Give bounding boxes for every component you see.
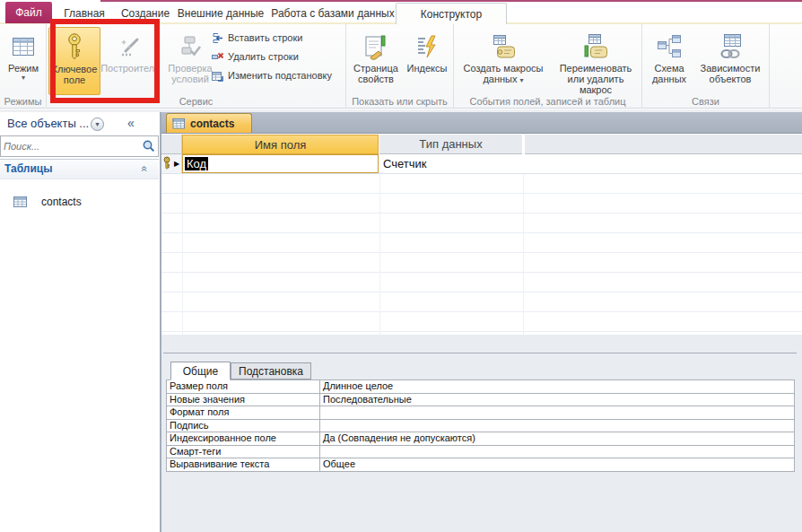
property-tab-general[interactable]: Общие — [170, 362, 231, 380]
property-label[interactable]: Размер поля — [166, 379, 320, 394]
indexes-button[interactable]: Индексы — [404, 27, 450, 95]
search-icon[interactable] — [142, 139, 156, 153]
nav-search-box — [0, 135, 159, 157]
create-data-macros-label-line2: данных ▾ — [483, 74, 523, 84]
indexes-label: Индексы — [407, 63, 448, 74]
property-row-smart-tags: Смарт-теги — [166, 445, 795, 459]
property-row-format: Формат поля — [166, 406, 795, 420]
group-label-tools: Сервис — [47, 96, 345, 107]
property-value[interactable]: Длинное целое — [319, 379, 795, 394]
ribbon-tab-home[interactable]: Главная — [56, 4, 113, 23]
nav-section-label: Таблицы — [4, 162, 52, 175]
ribbon-tab-external-data[interactable]: Внешние данные — [178, 4, 264, 23]
rename-delete-macro-label-line1: Переименовать — [560, 63, 632, 74]
empty-grid-row[interactable] — [161, 312, 802, 332]
property-value[interactable]: Да (Совпадения не допускаются) — [319, 432, 795, 446]
grid-header-field-name[interactable]: Имя поля — [182, 135, 379, 154]
grid-header-col3[interactable] — [525, 135, 802, 154]
test-validation-label-line1: Проверка — [168, 63, 212, 74]
object-dependencies-label-line2: объектов — [710, 74, 752, 84]
group-label-views: Режимы — [0, 96, 46, 107]
property-row-text-align: Выравнивание текста Общее — [166, 458, 795, 472]
delete-rows-button[interactable]: Удалить строки — [211, 48, 299, 65]
object-dependencies-button[interactable]: Зависимости объектов — [694, 27, 766, 95]
rename-macro-icon — [581, 27, 610, 63]
data-type-cell[interactable]: Счетчик — [379, 154, 522, 173]
primary-key-row-icon — [162, 156, 173, 170]
modify-lookups-button[interactable]: Изменить подстановку — [211, 66, 332, 84]
empty-grid-row[interactable] — [161, 292, 802, 312]
nav-pane-title: Все объекты ... — [7, 117, 89, 130]
design-grid-header: Имя поля Тип данных — [161, 135, 802, 154]
property-tab-lookup[interactable]: Подстановка — [231, 362, 311, 379]
nav-item-label: contacts — [41, 196, 82, 208]
ribbon-group-show-hide: Страница свойств Индексы Показать или ск… — [346, 24, 454, 109]
empty-grid-row[interactable] — [161, 273, 802, 292]
ribbon-group-relationships: Схема данных Зависимости объектов Связи — [642, 24, 770, 109]
group-label-show-hide: Показать или скрыть — [346, 96, 453, 107]
grid-vline — [523, 174, 524, 335]
create-data-macros-button[interactable]: Создать макросы данных ▾ — [458, 27, 549, 95]
search-input[interactable] — [4, 138, 138, 154]
data-macro-icon — [489, 27, 518, 63]
rename-delete-macro-button[interactable]: Переименовать или удалить макрос — [551, 27, 641, 95]
primary-key-button[interactable]: Ключевое поле — [48, 27, 100, 95]
property-label[interactable]: Смарт-теги — [166, 445, 320, 459]
property-value[interactable] — [319, 406, 795, 420]
view-mode-button[interactable]: Режим ▾ — [2, 27, 45, 95]
empty-grid-row[interactable] — [161, 233, 802, 253]
empty-grid-row[interactable] — [161, 174, 802, 194]
grid-header-selector — [161, 135, 182, 154]
relationships-button[interactable]: Схема данных — [646, 27, 693, 95]
ribbon-tab-create[interactable]: Создание — [116, 4, 175, 23]
file-tab[interactable]: Файл — [5, 2, 52, 23]
nav-pane-menu-button[interactable]: ▾ — [91, 118, 104, 131]
nav-item-contacts[interactable]: contacts — [0, 193, 159, 211]
property-row-caption: Подпись — [166, 419, 795, 433]
property-sheet-label-line2: свойств — [358, 74, 394, 84]
ribbon-group-field-record-events: Создать макросы данных ▾ Переименовать и… — [454, 24, 642, 109]
delete-rows-label: Удалить строки — [228, 51, 299, 62]
field-name-value: Код — [185, 157, 208, 170]
ribbon-tab-database-tools[interactable]: Работа с базами данных — [266, 4, 399, 23]
relationships-label-line2: данных — [652, 74, 686, 84]
row-selector[interactable]: ▶ — [161, 154, 182, 173]
property-label[interactable]: Подпись — [166, 419, 320, 433]
design-grid-empty-rows[interactable] — [161, 174, 802, 335]
navigation-pane: Все объекты ... ▾ « Таблицы « contacts — [0, 112, 161, 532]
empty-grid-row[interactable] — [161, 194, 802, 214]
nav-section-tables[interactable]: Таблицы « — [0, 159, 159, 179]
property-label[interactable]: Новые значения — [166, 393, 320, 407]
property-sheet-label-line1: Страница — [353, 63, 398, 74]
chevron-down-icon: ▾ — [22, 74, 25, 82]
ribbon-tab-design-active[interactable]: Конструктор — [396, 3, 507, 24]
delete-rows-icon — [211, 50, 224, 64]
grid-vline — [379, 174, 380, 335]
chevron-up-icon[interactable]: « — [139, 166, 152, 172]
property-sheet-button[interactable]: Страница свойств — [350, 27, 402, 95]
empty-grid-row[interactable] — [161, 253, 802, 273]
current-row-marker-icon: ▶ — [174, 160, 179, 168]
property-label[interactable]: Индексированное поле — [166, 432, 320, 446]
empty-grid-row[interactable] — [161, 214, 802, 233]
access-window: Файл Главная Создание Внешние данные Раб… — [0, 0, 802, 532]
property-label[interactable]: Формат поля — [166, 406, 320, 420]
property-row-new-values: Новые значения Последовательные — [166, 393, 795, 407]
document-tab-bar: contacts — [161, 112, 802, 134]
property-value[interactable] — [319, 419, 795, 433]
group-label-relationships: Связи — [642, 96, 769, 107]
ribbon-group-views: Режим ▾ Режимы — [0, 24, 47, 109]
document-tab-contacts[interactable]: contacts — [166, 113, 252, 133]
rename-delete-macro-label-line2: или удалить макрос — [551, 74, 641, 95]
primary-key-label-line2: поле — [64, 74, 85, 85]
property-label[interactable]: Выравнивание текста — [166, 458, 320, 472]
property-value[interactable]: Общее — [319, 458, 795, 472]
shutter-bar-close-button[interactable]: « — [127, 116, 135, 130]
grid-header-data-type[interactable]: Тип данных — [379, 135, 522, 154]
insert-rows-button[interactable]: Вставить строки — [211, 29, 302, 47]
property-value[interactable] — [319, 445, 795, 459]
test-validation-label-line2: условий — [171, 74, 209, 84]
field-name-cell[interactable]: Код — [182, 154, 379, 173]
pane-divider — [163, 353, 797, 353]
property-value[interactable]: Последовательные — [319, 393, 795, 407]
